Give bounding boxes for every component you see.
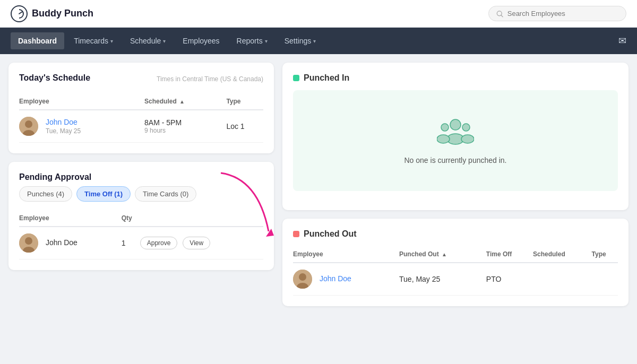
pending-approval-card: Pending Approval Punches (4) Time Off (1…: [8, 162, 274, 270]
nav-timecards[interactable]: Timecards ▾: [66, 32, 120, 49]
punched-out-emp-cell: John Doe: [293, 263, 399, 296]
pending-qty-cell: 1: [122, 227, 140, 259]
svg-point-13: [441, 124, 449, 131]
chevron-down-icon: ▾: [110, 38, 113, 44]
punched-out-table: Employee Punched Out ▲ Time Off Schedule…: [293, 246, 618, 296]
tab-time-off[interactable]: Time Off (1): [76, 186, 131, 202]
punched-out-col-time: Punched Out ▲: [399, 246, 486, 263]
left-column: Today's Schedule Times in Central Time (…: [8, 63, 274, 356]
table-row: John Doe Tue, May 25 PTO: [293, 263, 618, 296]
main-content: Today's Schedule Times in Central Time (…: [0, 54, 637, 364]
top-bar: Buddy Punch: [0, 0, 637, 28]
sort-icon: ▲: [179, 99, 185, 105]
tab-time-cards[interactable]: Time Cards (0): [135, 186, 196, 202]
punched-in-header: Punched In: [293, 73, 618, 83]
pending-actions-cell: Approve View: [140, 227, 263, 259]
nav-reports[interactable]: Reports ▾: [229, 32, 275, 49]
pending-approval-title: Pending Approval: [19, 172, 263, 182]
punched-out-timeoff-cell: PTO: [486, 263, 533, 296]
punched-out-dot: [293, 231, 299, 237]
schedule-title: Today's Schedule: [19, 73, 90, 83]
punched-out-col-timeoff: Time Off: [486, 246, 533, 263]
employee-name-link[interactable]: John Doe: [46, 118, 78, 126]
nav-employees[interactable]: Employees: [175, 32, 227, 49]
svg-marker-7: [266, 229, 274, 237]
punched-out-header: Punched Out: [293, 229, 618, 239]
right-column: Punched In No one is currently punched i…: [282, 63, 629, 356]
pending-col-actions: [140, 210, 263, 227]
pending-col-employee: Employee: [19, 210, 122, 227]
pending-approval-tabs: Punches (4) Time Off (1) Time Cards (0): [19, 186, 263, 202]
avatar: [19, 233, 38, 253]
search-icon: [496, 10, 503, 18]
employee-name-link[interactable]: John Doe: [320, 274, 351, 283]
schedule-col-scheduled: Scheduled ▲: [144, 93, 226, 110]
tab-punches[interactable]: Punches (4): [19, 186, 72, 202]
punched-out-col-type: Type: [592, 246, 618, 263]
svg-point-14: [437, 135, 450, 143]
schedule-col-employee: Employee: [19, 93, 144, 110]
search-input[interactable]: [507, 10, 618, 18]
mail-icon[interactable]: ✉: [618, 35, 626, 47]
punched-in-card: Punched In No one is currently punched i…: [282, 63, 629, 210]
svg-line-1: [19, 12, 22, 14]
punched-out-col-scheduled: Scheduled: [533, 246, 592, 263]
punched-in-empty-state: No one is currently punched in.: [293, 90, 618, 191]
chevron-down-icon: ▾: [163, 38, 166, 44]
table-row: John Doe Tue, May 25 8AM - 5PM 9 hours L…: [19, 110, 263, 143]
svg-point-15: [462, 124, 470, 131]
logo-icon: [11, 5, 28, 22]
schedule-time-cell: 8AM - 5PM 9 hours: [144, 110, 226, 143]
pending-col-qty: Qty: [122, 210, 140, 227]
schedule-type-cell: Loc 1: [226, 110, 263, 143]
pending-employee-cell: John Doe: [19, 227, 122, 259]
svg-point-11: [450, 119, 461, 130]
pending-table: Employee Qty: [19, 210, 263, 259]
view-button[interactable]: View: [183, 237, 210, 249]
arrow-container: Employee Qty: [19, 210, 263, 259]
punched-out-col-employee: Employee: [293, 246, 399, 263]
nav-schedule[interactable]: Schedule ▾: [123, 32, 173, 49]
employee-date: Tue, May 25: [46, 127, 81, 135]
chevron-down-icon: ▾: [313, 38, 316, 44]
punched-out-type-cell: [592, 263, 618, 296]
schedule-employee-cell: John Doe Tue, May 25: [19, 110, 144, 143]
schedule-header: Today's Schedule Times in Central Time (…: [19, 73, 263, 85]
search-bar[interactable]: [488, 6, 626, 21]
face-svg: [19, 117, 38, 136]
face-svg: [293, 270, 312, 289]
punched-in-empty-text: No one is currently punched in.: [404, 156, 507, 164]
nav-dashboard[interactable]: Dashboard: [11, 32, 64, 49]
logo-text: Buddy Punch: [32, 8, 93, 19]
approve-button[interactable]: Approve: [140, 237, 178, 249]
schedule-subtitle: Times in Central Time (US & Canada): [157, 75, 263, 83]
chevron-down-icon: ▾: [265, 38, 268, 44]
punched-in-title: Punched In: [304, 73, 349, 83]
schedule-table: Employee Scheduled ▲ Type: [19, 93, 263, 143]
face-svg: [19, 233, 38, 253]
sort-icon: ▲: [442, 252, 447, 257]
svg-point-5: [25, 120, 32, 128]
avatar: [293, 270, 312, 289]
svg-point-16: [461, 135, 474, 143]
punched-out-card: Punched Out Employee Punched Out ▲ Time …: [282, 219, 629, 306]
people-icon: [437, 117, 474, 148]
todays-schedule-card: Today's Schedule Times in Central Time (…: [8, 63, 274, 153]
main-nav: Dashboard Timecards ▾ Schedule ▾ Employe…: [0, 28, 637, 54]
svg-point-18: [299, 273, 306, 281]
nav-settings[interactable]: Settings ▾: [277, 32, 324, 49]
schedule-col-type: Type: [226, 93, 263, 110]
table-row: John Doe 1 Approve View: [19, 227, 263, 259]
pending-emp-name: John Doe: [46, 238, 78, 247]
punched-in-dot: [293, 75, 299, 81]
punched-out-time-cell: Tue, May 25: [399, 263, 486, 296]
punched-out-sched-cell: [533, 263, 592, 296]
punched-out-title: Punched Out: [304, 229, 357, 239]
avatar: [19, 117, 38, 136]
svg-point-9: [25, 237, 32, 245]
logo[interactable]: Buddy Punch: [11, 5, 93, 22]
svg-line-3: [501, 15, 503, 16]
